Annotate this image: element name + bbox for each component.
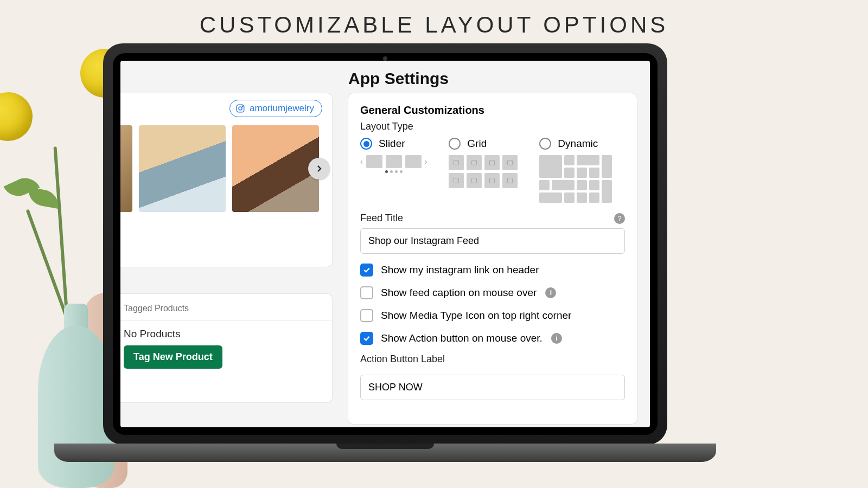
feed-title-input[interactable] xyxy=(360,228,625,254)
checkbox-checked-icon xyxy=(360,332,373,345)
layout-option-slider[interactable]: Slider xyxy=(360,138,427,150)
no-products-text: No Products xyxy=(124,328,323,340)
info-icon[interactable]: i xyxy=(551,333,562,344)
layout-option-grid[interactable]: Grid xyxy=(449,138,518,150)
grid-layout-preview xyxy=(449,155,518,188)
carousel-next-button[interactable] xyxy=(308,158,330,179)
tagged-products-panel: Tagged Products No Products Tag New Prod… xyxy=(120,294,332,402)
radio-selected-icon xyxy=(360,138,372,150)
layout-option-label: Slider xyxy=(379,138,405,150)
feed-title-label: Feed Title xyxy=(360,213,403,224)
decor-leaf xyxy=(26,187,61,209)
decor-flower xyxy=(0,92,33,141)
laptop-base xyxy=(54,444,716,462)
camera-dot xyxy=(383,56,387,61)
radio-unselected-icon xyxy=(449,138,461,150)
checkbox-label: Show my instagram link on header xyxy=(381,264,539,276)
action-button-label-input[interactable] xyxy=(360,375,625,400)
action-button-label-heading: Action Button Label xyxy=(360,354,625,365)
checkbox-label: Show feed caption on mouse over xyxy=(381,287,537,299)
layout-type-label: Layout Type xyxy=(360,121,625,132)
feed-thumbnails xyxy=(120,123,328,215)
radio-unselected-icon xyxy=(539,138,551,150)
settings-panel: General Customizations Layout Type Slide… xyxy=(348,93,637,424)
checkbox-label: Show Action button on mouse over. xyxy=(381,332,542,344)
chevron-right-icon xyxy=(314,164,324,174)
checkbox-label: Show Media Type Icon on top right corner xyxy=(381,310,571,322)
marketing-headline: CUSTOMIZABLE LAYOUT OPTIONS xyxy=(0,0,868,43)
tag-new-product-button[interactable]: Tag New Product xyxy=(124,345,222,369)
svg-point-2 xyxy=(242,106,243,107)
checkbox-unchecked-icon xyxy=(360,286,373,299)
slider-dots-icon xyxy=(360,170,427,173)
layout-option-label: Grid xyxy=(467,138,487,150)
checkbox-show-caption[interactable]: Show feed caption on mouse over i xyxy=(360,286,625,299)
checkbox-show-media-icon[interactable]: Show Media Type Icon on top right corner xyxy=(360,309,625,322)
feed-image[interactable] xyxy=(120,125,132,212)
feed-image[interactable] xyxy=(139,125,226,212)
laptop-mockup: App Settings amoriumjewelry xyxy=(103,43,667,445)
layout-option-dynamic[interactable]: Dynamic xyxy=(539,138,612,150)
dynamic-layout-preview xyxy=(539,155,612,203)
checkbox-checked-icon xyxy=(360,264,373,277)
tagged-products-heading: Tagged Products xyxy=(124,303,323,320)
feed-preview-panel: amoriumjewelry xyxy=(120,93,332,267)
checkbox-show-action-button[interactable]: Show Action button on mouse over. i xyxy=(360,332,625,345)
slider-layout-preview: ‹› xyxy=(360,155,427,168)
help-icon[interactable]: ? xyxy=(614,213,625,224)
divider xyxy=(120,320,332,320)
layout-option-label: Dynamic xyxy=(558,138,598,150)
page-title: App Settings xyxy=(348,69,449,88)
instagram-handle-text: amoriumjewelry xyxy=(250,103,314,114)
instagram-handle-button[interactable]: amoriumjewelry xyxy=(229,100,322,117)
checkbox-show-instagram-link[interactable]: Show my instagram link on header xyxy=(360,264,625,277)
svg-point-1 xyxy=(239,107,242,110)
feed-image[interactable] xyxy=(232,125,319,212)
section-heading: General Customizations xyxy=(360,104,625,117)
info-icon[interactable]: i xyxy=(545,287,556,298)
instagram-icon xyxy=(235,104,245,113)
checkbox-unchecked-icon xyxy=(360,309,373,322)
